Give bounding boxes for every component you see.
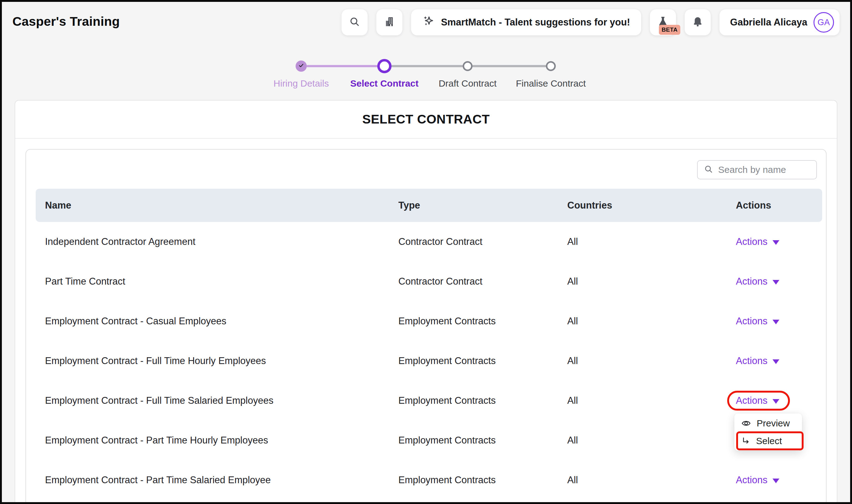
beta-badge: BETA [659,25,680,35]
contract-type: Employment Contracts [398,435,567,446]
step-circle-active[interactable] [377,59,392,73]
step-circle-completed[interactable] [296,60,307,72]
contract-type: Contractor Contract [398,276,567,287]
contract-countries: All [567,276,736,287]
contract-name: Employment Contract - Full Time Salaried… [45,395,398,406]
smartmatch-label: SmartMatch - Talent suggestions for you! [441,17,630,28]
chevron-down-icon [773,240,779,245]
step-hiring-details[interactable]: Hiring Details [260,78,343,89]
contract-countries: All [567,435,736,446]
contract-name: Employment Contract - Part Time Salaried… [45,474,398,486]
contract-countries: All [567,395,736,406]
table-row: Independent Contractor Agreement Contrac… [36,222,822,262]
chevron-down-icon [773,479,779,483]
column-header-actions: Actions [736,200,822,211]
contract-type: Employment Contracts [398,316,567,327]
table-row: Employment Contract - Part Time Hourly E… [36,420,822,460]
avatar: GA [814,12,834,33]
stepper-track [260,58,592,74]
search-icon [349,16,360,29]
page-title: Casper's Training [13,14,120,29]
actions-label: Actions [736,276,767,287]
menu-item-label: Preview [757,418,790,429]
stepper-connector [306,65,377,67]
contract-name: Independent Contractor Agreement [45,236,398,247]
column-header-name: Name [45,200,398,211]
contract-name: Part Time Contract [45,276,398,287]
actions-label: Actions [736,474,767,486]
contracts-table: Name Type Countries Actions Independent … [36,189,822,500]
chevron-down-icon [773,359,779,364]
row-actions-button[interactable]: Actions [736,236,779,247]
table-row: Part Time Contract Contractor Contract A… [36,262,822,301]
step-draft-contract[interactable]: Draft Contract [426,78,509,89]
column-header-countries: Countries [567,200,736,211]
actions-label: Actions [736,316,767,327]
row-actions-button[interactable]: Actions [736,276,779,287]
bell-icon [692,16,704,29]
main-card: SELECT CONTRACT Name Type Countries Acti… [15,100,837,504]
step-circle-upcoming[interactable] [546,61,556,71]
sparkles-icon [422,15,435,30]
menu-item-label: Select [756,436,782,446]
table-header: Name Type Countries Actions [36,189,822,222]
contract-type: Employment Contracts [398,474,567,486]
row-actions-button[interactable]: Actions [736,395,779,406]
eye-icon [741,418,751,428]
menu-item-preview[interactable]: Preview [734,414,802,432]
row-actions-button[interactable]: Actions [736,474,779,486]
table-row: Employment Contract - Casual Employees E… [36,301,822,341]
section-title: SELECT CONTRACT [15,101,837,139]
notifications-button[interactable] [685,9,711,35]
contract-name: Employment Contract - Full Time Hourly E… [45,355,398,366]
column-header-type: Type [398,200,567,211]
smartmatch-button[interactable]: SmartMatch - Talent suggestions for you! [411,9,641,35]
contracts-panel: Name Type Countries Actions Independent … [25,149,827,504]
search-icon [704,164,713,175]
arrow-branch-icon [741,436,750,446]
contract-type: Employment Contracts [398,395,567,406]
stepper-labels: Hiring Details Select Contract Draft Con… [260,78,592,89]
contract-countries: All [567,355,736,366]
row-actions-button[interactable]: Actions [736,316,779,327]
building-icon [384,16,395,29]
stepper-connector [472,65,546,67]
app-window: Casper's Training [0,0,852,504]
row-actions-button[interactable]: Actions [736,355,779,366]
header-actions: SmartMatch - Talent suggestions for you!… [341,9,839,35]
contract-countries: All [567,316,736,327]
contract-name: Employment Contract - Casual Employees [45,316,398,327]
hiring-stepper: Hiring Details Select Contract Draft Con… [260,58,592,89]
organisation-button[interactable] [376,9,403,35]
step-circle-upcoming[interactable] [463,61,473,71]
contract-name: Employment Contract - Part Time Hourly E… [45,435,398,446]
contract-countries: All [567,474,736,486]
search-by-name-box[interactable] [697,160,817,179]
contract-type: Contractor Contract [398,236,567,247]
check-icon [298,62,304,70]
table-row: Employment Contract - Full Time Salaried… [36,381,822,420]
table-row: Employment Contract - Full Time Hourly E… [36,341,822,381]
chevron-down-icon [773,280,779,285]
user-name: Gabriella Alicaya [730,17,807,28]
menu-item-select[interactable]: Select [734,432,802,450]
labs-button[interactable]: BETA [650,9,676,35]
table-body: Independent Contractor Agreement Contrac… [36,222,822,500]
table-row: Employment Contract - Part Time Salaried… [36,460,822,500]
step-select-contract[interactable]: Select Contract [343,78,426,89]
step-finalise-contract[interactable]: Finalise Contract [509,78,592,89]
actions-dropdown-menu: Preview Select [734,413,802,451]
stepper-connector [391,65,463,67]
search-button[interactable] [341,9,368,35]
user-menu-button[interactable]: Gabriella Alicaya GA [720,9,839,35]
contract-type: Employment Contracts [398,355,567,366]
actions-label: Actions [736,355,767,366]
contract-countries: All [567,236,736,247]
actions-label: Actions [736,395,767,406]
chevron-down-icon [773,320,779,324]
search-input[interactable] [717,164,810,175]
chevron-down-icon [773,399,779,404]
actions-label: Actions [736,236,767,247]
